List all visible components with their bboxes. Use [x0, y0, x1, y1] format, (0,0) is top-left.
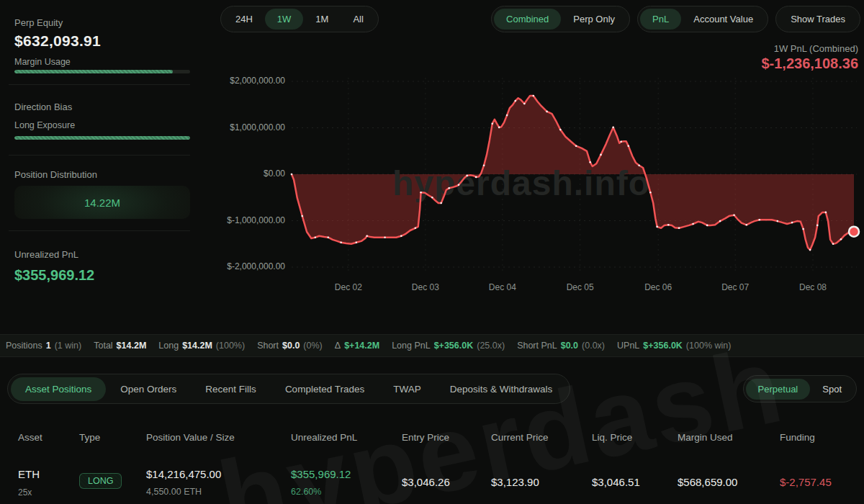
mode-toggle-group: Combined Perp Only: [491, 6, 630, 32]
range-button-24h[interactable]: 24H: [223, 9, 265, 30]
range-button-1w[interactable]: 1W: [265, 9, 304, 30]
col-header-unrealized-pnl: Unrealized PnL: [291, 432, 357, 443]
data-point-dot: [366, 235, 368, 238]
data-point-dot: [589, 161, 591, 163]
unrealized-pnl-label: Unrealized PnL: [14, 249, 78, 260]
col-header-asset: Asset: [18, 432, 42, 443]
data-point-dot: [692, 223, 694, 225]
cell-liq-price: $3,046.51: [592, 476, 640, 488]
col-header-type: Type: [79, 432, 100, 443]
data-point-dot: [559, 129, 562, 131]
x-axis: Dec 02Dec 03Dec 04Dec 05Dec 06Dec 07Dec …: [216, 282, 864, 295]
data-point-dot: [440, 202, 442, 204]
position-distribution-label: Position Distribution: [14, 169, 97, 180]
cell-roe: 62.60%: [291, 487, 321, 497]
data-point-dot: [802, 228, 804, 230]
data-point-dot: [291, 174, 293, 176]
data-point-dot: [719, 220, 721, 222]
x-axis-label: Dec 05: [567, 282, 594, 292]
data-point-dot: [832, 243, 834, 246]
cell-leverage: 25x: [18, 487, 32, 498]
margin-usage-label: Margin Usage: [14, 57, 71, 67]
data-point-dot: [384, 236, 386, 238]
market-button-spot[interactable]: Spot: [810, 379, 854, 400]
col-header-funding: Funding: [780, 432, 815, 443]
tab-twap[interactable]: TWAP: [379, 377, 436, 401]
data-point-dot: [706, 225, 708, 227]
cell-position-value: $14,216,475.00: [146, 468, 221, 480]
data-point-dot: [620, 141, 622, 143]
data-point-dot: [400, 235, 402, 238]
positions-summary-bar: Positions 1 (1 win) Total $14.2M Long $1…: [0, 334, 864, 357]
col-header-margin-used: Margin Used: [678, 432, 733, 443]
position-distribution-box: 14.22M: [14, 186, 190, 219]
tab-recent-fills[interactable]: Recent Fills: [191, 377, 271, 401]
data-point-dot: [809, 249, 811, 251]
margin-usage-bar-fill: [14, 70, 173, 73]
tab-open-orders[interactable]: Open Orders: [106, 377, 191, 401]
metric-button-account-value[interactable]: Account Value: [681, 9, 765, 30]
range-button-1m[interactable]: 1M: [303, 9, 341, 30]
cell-asset: ETH: [18, 468, 40, 480]
summary-total: Total $14.2M: [94, 341, 146, 351]
summary-positions: Positions 1 (1 win): [6, 341, 81, 351]
mode-button-perp-only[interactable]: Perp Only: [561, 9, 627, 30]
range-button-all[interactable]: All: [341, 9, 375, 30]
cell-funding: $-2,757.45: [780, 476, 832, 488]
summary-short: Short $0.0 (0%): [257, 341, 323, 351]
col-header-current-price: Current Price: [491, 432, 549, 443]
data-point-dot: [746, 224, 748, 226]
data-point-dot: [638, 164, 640, 166]
market-button-perpetual[interactable]: Perpetual: [746, 379, 811, 400]
data-point-dot: [733, 215, 735, 217]
direction-bias-label: Direction Bias: [14, 102, 72, 112]
data-point-dot: [498, 127, 500, 129]
data-point-dot: [506, 114, 508, 117]
metric-button-pnl[interactable]: PnL: [640, 9, 681, 30]
show-trades-button[interactable]: Show Trades: [775, 6, 860, 32]
position-distribution-value: 14.22M: [84, 197, 120, 209]
y-axis-label: $2,000,000.00: [230, 76, 285, 86]
data-point-dot: [533, 95, 535, 97]
cell-position-size: 4,550.00 ETH: [146, 487, 202, 497]
data-point-dot: [546, 111, 548, 113]
pnl-chart[interactable]: hyperdash.info: [216, 72, 864, 288]
long-badge: LONG: [79, 473, 122, 489]
x-axis-label: Dec 06: [644, 282, 672, 292]
long-exposure-label: Long Exposure: [14, 120, 75, 130]
tab-completed-trades[interactable]: Completed Trades: [271, 377, 379, 401]
chart-controls: Combined Perp Only PnL Account Value Sho…: [491, 6, 860, 32]
data-point-dot: [777, 220, 779, 222]
long-exposure-bar-fill: [14, 136, 190, 140]
tab-deposits-withdrawals[interactable]: Deposits & Withdrawals: [436, 377, 567, 401]
summary-delta: Δ $+14.2M: [335, 341, 379, 351]
summary-short-pnl: Short PnL $0.0 (0.0x): [517, 341, 605, 351]
data-point-dot: [656, 226, 658, 228]
cell-entry-price: $3,046.26: [402, 476, 450, 488]
sidebar-divider: [9, 155, 190, 156]
cell-current-price: $3,123.90: [491, 476, 539, 488]
unrealized-pnl-value: $355,969.12: [14, 267, 94, 284]
col-header-entry-price: Entry Price: [402, 432, 449, 443]
long-exposure-bar: [14, 136, 190, 140]
section-tabs: Asset Positions Open Orders Recent Fills…: [7, 374, 570, 404]
data-point-dot: [356, 242, 358, 244]
pnl-readout-label: 1W PnL (Combined): [761, 43, 858, 54]
data-point-dot: [483, 164, 485, 166]
tab-asset-positions[interactable]: Asset Positions: [11, 377, 106, 401]
x-axis-label: Dec 08: [799, 282, 827, 292]
data-point-dot: [840, 238, 842, 240]
y-axis: $2,000,000.00$1,000,000.00$0.00$-1,000,0…: [216, 72, 287, 288]
metric-toggle-group: PnL Account Value: [637, 6, 768, 32]
mode-button-combined[interactable]: Combined: [494, 9, 561, 30]
data-point-dot: [575, 145, 577, 147]
data-point-dot: [415, 228, 417, 230]
summary-upnl: UPnL $+356.0K (100% win): [617, 341, 731, 351]
data-point-dot: [628, 145, 630, 147]
data-point-dot: [328, 236, 330, 238]
data-point-dot: [759, 219, 761, 221]
data-point-dot: [523, 103, 526, 105]
x-axis-label: Dec 02: [335, 282, 362, 292]
data-point-dot: [515, 100, 517, 102]
perp-equity-label: Perp Equity: [14, 17, 63, 28]
